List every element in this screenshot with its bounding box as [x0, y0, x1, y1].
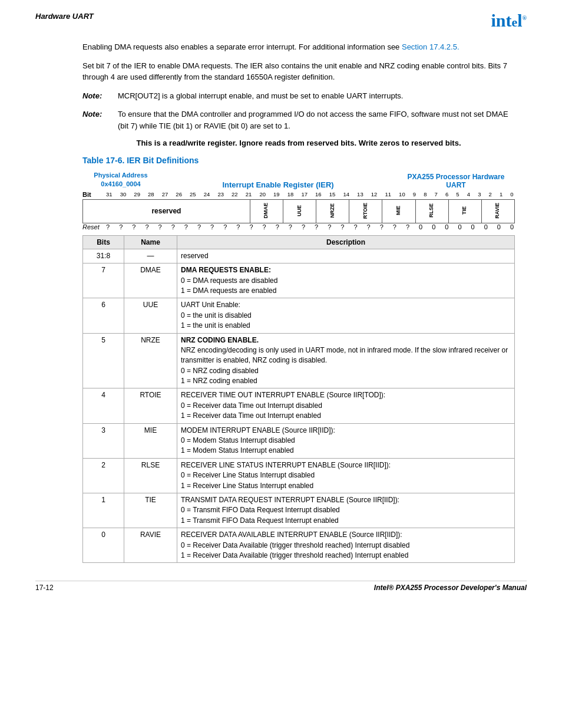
name-cell: — — [124, 249, 177, 263]
rtoie-field: RTOIE — [349, 199, 382, 223]
bits-cell: 6 — [83, 298, 124, 333]
desc-cell: DMA REQUESTS ENABLE:0 = DMA requests are… — [177, 263, 515, 298]
name-cell: MIE — [124, 423, 177, 458]
desc-cell: reserved — [177, 249, 515, 263]
section-link[interactable]: Section 17.4.2.5. — [402, 42, 459, 51]
bits-cell: 31:8 — [83, 249, 124, 263]
name-cell: TIE — [124, 493, 177, 528]
reset-label: Reset — [82, 223, 105, 230]
bit-label: Bit — [82, 191, 105, 198]
name-cell: DMAE — [124, 263, 177, 298]
bold-note: This is a read/write register. Ignore re… — [82, 139, 515, 147]
bit-numbers-row: Bit 3130292827262524 2322212019181716 15… — [82, 191, 515, 198]
table-row: 3MIEMODEM INTERRUPT ENABLE (Source IIR[I… — [83, 423, 515, 458]
name-cell: RAVIE — [124, 528, 177, 563]
pxa-label: PXA255 Processor Hardware UART — [397, 173, 515, 189]
desc-cell: RECEIVER LINE STATUS INTERRUPT ENABLE (S… — [177, 458, 515, 493]
register-fields-row: reserved DMAE UUE NRZE RTOIE — [83, 199, 515, 223]
page-header: Hardware UART intel® — [35, 12, 527, 29]
bits-cell: 0 — [83, 528, 124, 563]
table-row: 1TIETRANSMIT DATA REQUEST INTERRUPT ENAB… — [83, 493, 515, 528]
def-table-header: Bits Name Description — [83, 235, 515, 249]
intro-para1: Enabling DMA requests also enables a sep… — [82, 41, 515, 53]
note1: Note: MCR[OUT2] is a global interrupt en… — [82, 90, 515, 102]
doc-title: Intel® PXA255 Processor Developer's Manu… — [374, 584, 527, 592]
col-desc: Description — [177, 235, 515, 249]
desc-cell: RECEIVER DATA AVAILABLE INTERRUPT ENABLE… — [177, 528, 515, 563]
table-title: Table 17-6. IER Bit Definitions — [82, 156, 515, 165]
desc-cell: NRZ CODING ENABLE.NRZ encoding/decoding … — [177, 333, 515, 388]
table-row: 0RAVIERECEIVER DATA AVAILABLE INTERRUPT … — [83, 528, 515, 563]
register-map-table: reserved DMAE UUE NRZE RTOIE — [82, 199, 515, 223]
name-cell: NRZE — [124, 333, 177, 388]
bits-cell: 7 — [83, 263, 124, 298]
reset-values: ???????? ???????? ???????? 00000000 — [105, 223, 515, 230]
col-bits: Bits — [83, 235, 124, 249]
bits-cell: 2 — [83, 458, 124, 493]
table-row: 7DMAEDMA REQUESTS ENABLE:0 = DMA request… — [83, 263, 515, 298]
ravie-field: RAVIE — [481, 199, 514, 223]
mie-field: MIE — [382, 199, 415, 223]
note1-label: Note: — [82, 90, 118, 102]
desc-cell: RECEIVER TIME OUT INTERRUPT ENABLE (Sour… — [177, 388, 515, 423]
name-cell: RTOIE — [124, 388, 177, 423]
table-row: 4RTOIERECEIVER TIME OUT INTERRUPT ENABLE… — [83, 388, 515, 423]
dmae-field: DMAE — [250, 199, 283, 223]
note2-text: To ensure that the DMA controller and pr… — [118, 108, 515, 131]
bits-cell: 5 — [83, 333, 124, 388]
uue-field: UUE — [283, 199, 316, 223]
intel-logo: intel® — [491, 12, 527, 29]
definition-table: Bits Name Description 31:8—reserved7DMAE… — [82, 235, 515, 564]
name-cell: RLSE — [124, 458, 177, 493]
desc-cell: TRANSMIT DATA REQUEST INTERRUPT ENABLE (… — [177, 493, 515, 528]
content-area: Enabling DMA requests also enables a sep… — [82, 41, 515, 563]
chapter-title: Hardware UART — [35, 12, 94, 21]
col-name: Name — [124, 235, 177, 249]
tie-field: TIE — [448, 199, 481, 223]
bits-cell: 3 — [83, 423, 124, 458]
desc-cell: UART Unit Enable:0 = the unit is disable… — [177, 298, 515, 333]
ier-label: Interrupt Enable Register (IER) — [159, 180, 397, 189]
bits-cell: 4 — [83, 388, 124, 423]
bits-cell: 1 — [83, 493, 124, 528]
page-footer: 17-12 Intel® PXA255 Processor Developer'… — [35, 581, 527, 592]
bit-numbers: 3130292827262524 2322212019181716 151413… — [105, 191, 515, 197]
table-row: 2RLSERECEIVER LINE STATUS INTERRUPT ENAB… — [83, 458, 515, 493]
reset-row: Reset ???????? ???????? ???????? 0000000… — [82, 223, 515, 230]
intro-para2: Set bit 7 of the IER to enable DMA reque… — [82, 60, 515, 83]
note2: Note: To ensure that the DMA controller … — [82, 108, 515, 131]
rlse-field: RLSE — [415, 199, 448, 223]
name-cell: UUE — [124, 298, 177, 333]
table-row: 31:8—reserved — [83, 249, 515, 263]
nrze-field: NRZE — [316, 199, 349, 223]
note2-label: Note: — [82, 108, 118, 131]
phys-addr-label: Physical Address 0x4160_0004 — [82, 171, 159, 189]
table-row: 5NRZENRZ CODING ENABLE.NRZ encoding/deco… — [83, 333, 515, 388]
note1-text: MCR[OUT2] is a global interrupt enable, … — [118, 90, 515, 102]
page-number: 17-12 — [35, 584, 54, 592]
desc-cell: MODEM INTERRUPT ENABLE (Source IIR[IID])… — [177, 423, 515, 458]
reserved-field: reserved — [83, 199, 250, 223]
table-row: 6UUEUART Unit Enable:0 = the unit is dis… — [83, 298, 515, 333]
